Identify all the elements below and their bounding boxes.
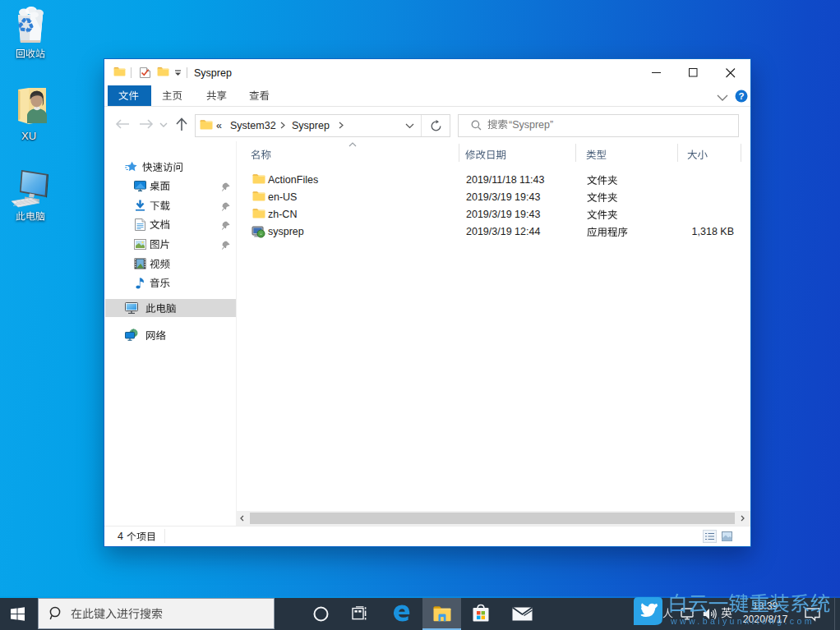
- svg-text:?: ?: [738, 91, 744, 101]
